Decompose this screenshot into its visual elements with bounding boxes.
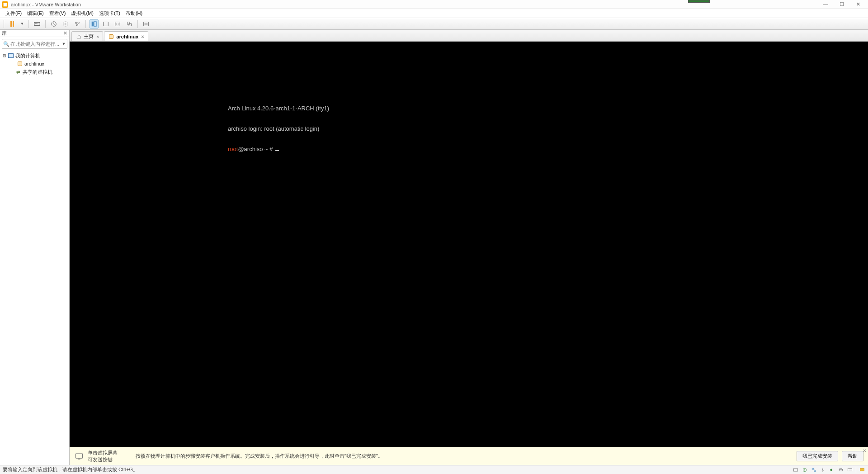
console-prompt-user: root [228,146,238,152]
tabstrip: 主页 × archlinux × [70,30,868,42]
infobar-icon [74,451,84,461]
library-tree: ⊟ 我的计算机 archlinux ⇄ 共享的虚拟机 [0,51,69,77]
dropdown-button[interactable]: ▼ [19,19,25,28]
content-area: 主页 × archlinux × Arch Linux 4.20.6-arch1… [70,30,868,465]
clock-icon [51,21,57,27]
tree-vm-archlinux[interactable]: archlinux [2,60,67,68]
svg-rect-1 [35,23,36,24]
unity-button[interactable] [125,19,134,28]
menu-edit[interactable]: 编辑(E) [24,10,47,17]
revert-icon [62,21,69,27]
tab-archlinux-close[interactable]: × [141,34,144,39]
window-title: archlinux - VMware Workstation [11,2,81,7]
send-ctrl-alt-del-button[interactable] [33,19,42,28]
tab-active-label: archlinux [116,34,138,39]
tab-archlinux[interactable]: archlinux × [104,31,148,41]
fullscreen-button[interactable] [142,19,151,28]
pause-button[interactable] [8,19,17,28]
svg-rect-11 [104,22,108,26]
status-printer-icon[interactable] [838,467,844,473]
keyboard-icon [34,21,40,27]
svg-point-7 [78,22,80,24]
unity-icon [126,21,132,27]
tree-shared-vms[interactable]: ⇄ 共享的虚拟机 [2,68,67,76]
sidebar-search[interactable]: 🔍 ▼ [2,39,67,49]
tree-root-mycomputer[interactable]: ⊟ 我的计算机 [2,52,67,60]
svg-rect-18 [78,459,80,460]
search-input[interactable] [10,41,61,47]
menu-file[interactable]: 文件(F) [3,10,24,17]
stretch-button[interactable] [113,19,122,28]
fullscreen-icon [143,21,149,27]
status-display-icon[interactable] [847,467,853,473]
svg-rect-26 [848,468,852,471]
vm-activity-indicator [688,0,710,3]
titlebar: ▣ archlinux - VMware Workstation — ☐ ✕ [0,0,868,9]
vm-console[interactable]: Arch Linux 4.20.6-arch1-1-ARCH (tty1) ar… [70,42,868,447]
svg-point-21 [804,469,805,470]
stretch-icon [114,21,121,27]
pause-icon [10,21,14,27]
infobar-title-line2: 可发送按键 [88,456,118,463]
status-message-icon[interactable] [859,467,865,473]
install-infobar: ✕ 单击虚拟屏幕 可发送按键 按照在物理计算机中的步骤安装客户机操作系统。完成安… [70,447,868,465]
vm-tab-icon [108,33,114,40]
menu-vm[interactable]: 虚拟机(M) [68,10,96,17]
status-network-icon[interactable] [811,467,817,473]
sidebar-close-button[interactable]: ✕ [63,30,67,36]
sidebar: 库 ✕ 🔍 ▼ ⊟ 我的计算机 archlinux ⇄ 共享的虚拟机 [0,30,70,465]
svg-rect-22 [812,468,813,469]
status-disk-icon[interactable] [793,467,799,473]
statusbar-separator [856,467,856,473]
statusbar: 要将输入定向到该虚拟机，请在虚拟机内部单击或按 Ctrl+G。 [0,465,868,474]
sidebar-title: 库 [2,30,7,37]
search-dropdown-button[interactable]: ▼ [61,42,67,46]
console-line2: archiso login: root (automatic login) [228,125,319,132]
svg-rect-3 [38,23,38,24]
svg-rect-0 [34,22,40,25]
maximize-button[interactable]: ☐ [837,1,846,7]
svg-rect-17 [76,454,83,458]
tree-collapse-icon[interactable]: ⊟ [2,53,7,58]
svg-rect-2 [36,23,37,24]
status-usb-icon[interactable] [820,467,826,473]
chevron-down-icon: ▼ [20,22,24,26]
console-text: Arch Linux 4.20.6-arch1-1-ARCH (tty1) ar… [228,94,329,165]
install-done-button[interactable]: 我已完成安装 [797,451,838,461]
vm-icon [16,61,24,67]
main-area: 库 ✕ 🔍 ▼ ⊟ 我的计算机 archlinux ⇄ 共享的虚拟机 [0,30,868,465]
svg-rect-12 [115,22,120,26]
svg-point-6 [75,22,77,24]
toolbar-separator [4,20,4,28]
svg-rect-10 [94,21,96,26]
menu-help[interactable]: 帮助(H) [123,10,145,17]
revert-snapshot-button[interactable] [61,19,70,28]
menubar: 文件(F) 编辑(E) 查看(V) 虚拟机(M) 选项卡(T) 帮助(H) [0,9,868,18]
snapshot-button[interactable] [49,19,58,28]
toolbar-separator [137,20,138,28]
help-button[interactable]: 帮助 [842,451,863,461]
svg-rect-13 [127,22,130,24]
status-sound-icon[interactable] [829,467,835,473]
status-cd-icon[interactable] [802,467,808,473]
menu-tabs[interactable]: 选项卡(T) [96,10,123,17]
svg-rect-14 [129,24,131,26]
sidebar-header: 库 ✕ [0,30,69,37]
menu-view[interactable]: 查看(V) [47,10,69,17]
search-icon: 🔍 [2,41,10,47]
minimize-button[interactable]: — [821,1,830,7]
console-line1: Arch Linux 4.20.6-arch1-1-ARCH (tty1) [228,105,329,112]
toolbar-separator [28,20,29,28]
infobar-title-line1: 单击虚拟屏幕 [88,450,118,456]
infobar-hint: 按照在物理计算机中的步骤安装客户机操作系统。完成安装后，操作系统会进行引导，此时… [136,453,383,460]
toolbar-separator [85,20,86,28]
snapshot-manager-button[interactable] [73,19,82,28]
home-icon [75,33,82,40]
show-console-button[interactable] [90,19,99,28]
close-button[interactable]: ✕ [854,1,863,7]
tab-home-close[interactable]: × [96,34,99,39]
tab-home[interactable]: 主页 × [71,31,103,41]
thumbnail-button[interactable] [101,19,110,28]
console-prompt-rest: @archiso ~ # [238,146,274,152]
infobar-close-button[interactable]: ✕ [863,448,866,453]
